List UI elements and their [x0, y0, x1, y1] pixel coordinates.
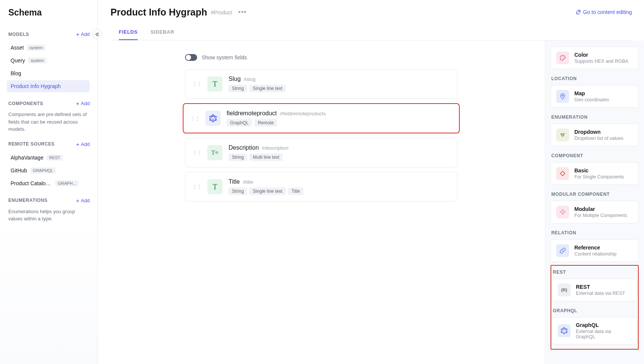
diamond-icon [556, 167, 569, 180]
highlight-remote-fields: REST {R} RESTExternal data via REST GRAP… [551, 265, 639, 350]
link-icon [556, 244, 569, 257]
drag-handle-icon[interactable]: ⋮⋮ [192, 150, 201, 156]
single-line-text-icon: T [207, 179, 222, 194]
field-card-remote-product[interactable]: ⋮⋮ fieldremoteproduct #fieldremoteproduc… [183, 103, 460, 133]
svg-point-6 [561, 57, 562, 58]
remote-sources-section-label: REMOTE SOURCES [8, 141, 54, 147]
field-type-graphql[interactable]: GraphQLExternal data via GraphQL [552, 317, 637, 344]
remote-source-alphavantage[interactable]: AlphaVantage REST [7, 152, 90, 164]
ft-section-enumeration: ENUMERATION [551, 115, 639, 120]
svg-point-1 [209, 116, 210, 117]
components-desc: Components are pre-defined sets of field… [8, 111, 90, 133]
field-type-dropdown[interactable]: DropdownDropdown list of values [551, 124, 639, 146]
svg-point-0 [213, 114, 214, 115]
external-link-icon [576, 9, 581, 15]
models-section-label: MODELS [8, 32, 29, 37]
ft-section-modular: MODULAR COMPONENT [551, 192, 639, 197]
field-type-map[interactable]: MapGeo coordinates [551, 85, 639, 108]
graphql-icon [205, 111, 221, 126]
svg-point-4 [216, 119, 217, 121]
model-api-id: #Product [211, 9, 232, 15]
svg-point-10 [564, 327, 565, 328]
svg-point-11 [561, 329, 562, 330]
palette-icon [556, 51, 569, 64]
more-actions-button[interactable]: ••• [236, 7, 249, 18]
main-content: Product Info Hygraph #Product ••• Go to … [98, 0, 644, 364]
pin-icon [556, 90, 569, 103]
show-system-fields-toggle[interactable] [185, 54, 197, 61]
plus-icon: + [76, 101, 79, 106]
diamonds-icon [556, 206, 569, 218]
ft-section-rest: REST [553, 270, 637, 275]
add-model-button[interactable]: +Add [76, 31, 90, 37]
svg-point-15 [564, 333, 565, 334]
add-remote-source-button[interactable]: +Add [76, 141, 90, 147]
multi-line-text-icon: T≡ [207, 145, 222, 160]
svg-point-2 [216, 116, 217, 117]
model-item-product-info[interactable]: Product Info Hygraph [7, 80, 90, 92]
field-types-panel: ColorSupports HEX and RGBA LOCATION MapG… [545, 40, 644, 364]
field-card-description[interactable]: ⋮⋮ T≡ Description #description String Mu… [185, 138, 457, 167]
enumerations-section-label: ENUMERATIONS [8, 198, 48, 203]
field-type-rest[interactable]: {R} RESTExternal data via REST [552, 279, 637, 301]
components-section-label: COMPONENTS [8, 101, 43, 106]
drag-handle-icon[interactable]: ⋮⋮ [192, 184, 201, 190]
svg-point-5 [213, 121, 214, 122]
field-card-slug[interactable]: ⋮⋮ T Slug #slug String Single line text [185, 69, 457, 99]
rest-icon: {R} [558, 283, 571, 296]
schema-sidebar: Schema MODELS +Add Asset system Query sy… [0, 0, 98, 364]
model-item-blog[interactable]: Blog [7, 67, 90, 79]
sidebar-title: Schema [8, 8, 90, 18]
remote-source-product-catalog[interactable]: Product Catalog... GRAPH... [7, 177, 90, 189]
enumerations-desc: Enumerations helps you group values with… [8, 208, 90, 223]
tab-sidebar[interactable]: SIDEBAR [151, 25, 174, 40]
go-to-content-editing-link[interactable]: Go to content editing [576, 9, 632, 15]
field-type-reference[interactable]: ReferenceContent relationship [551, 239, 639, 262]
drag-handle-icon[interactable]: ⋮⋮ [190, 115, 199, 121]
add-component-button[interactable]: +Add [76, 101, 90, 106]
field-type-color[interactable]: ColorSupports HEX and RGBA [551, 46, 639, 69]
plus-icon: + [76, 198, 79, 203]
svg-point-14 [566, 332, 567, 333]
tab-fields[interactable]: FIELDS [119, 25, 138, 40]
svg-point-9 [562, 95, 563, 96]
field-type-basic[interactable]: BasicFor Single Components [551, 162, 639, 185]
ft-section-relation: RELATION [551, 230, 639, 235]
page-title: Product Info Hygraph [110, 7, 207, 18]
field-type-modular[interactable]: ModularFor Multiple Components [551, 201, 639, 223]
show-system-fields-label: Show system fields [202, 54, 247, 60]
add-enumeration-button[interactable]: +Add [76, 198, 90, 203]
svg-point-8 [563, 57, 564, 57]
svg-point-13 [561, 332, 562, 333]
triangle-down-icon [556, 129, 569, 141]
model-item-query[interactable]: Query system [7, 54, 90, 67]
field-card-title[interactable]: ⋮⋮ T Title #title String Single line tex… [185, 172, 457, 201]
svg-point-7 [562, 56, 563, 57]
plus-icon: + [76, 141, 79, 147]
model-item-asset[interactable]: Asset system [7, 42, 90, 54]
remote-source-github[interactable]: GitHub GRAPHQL [7, 164, 90, 177]
ft-section-graphql: GRAPHQL [553, 308, 637, 313]
plus-icon: + [76, 31, 79, 37]
svg-point-12 [566, 329, 567, 330]
svg-point-3 [209, 119, 210, 121]
ft-section-component: COMPONENT [551, 153, 639, 158]
graphql-icon [558, 324, 571, 337]
ft-section-location: LOCATION [551, 76, 639, 81]
drag-handle-icon[interactable]: ⋮⋮ [192, 81, 201, 87]
single-line-text-icon: T [207, 76, 222, 91]
